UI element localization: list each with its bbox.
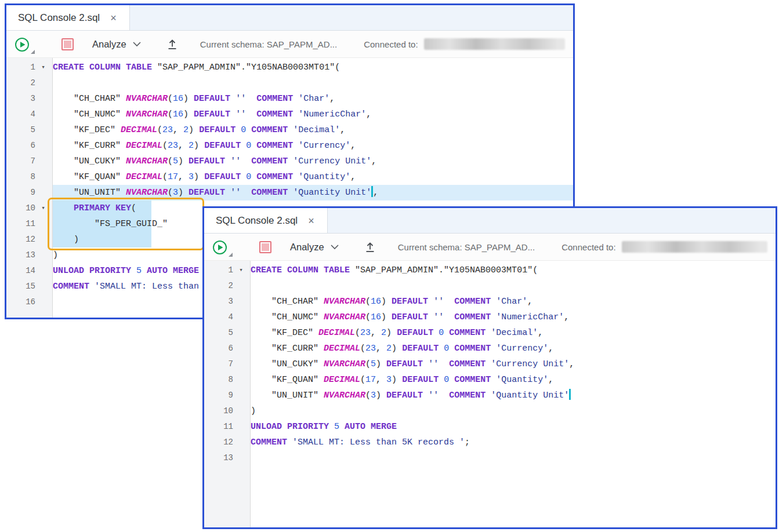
code-token: DECIMAL [121, 125, 157, 135]
line-number[interactable]: 2 [6, 75, 35, 91]
code-line[interactable]: 10) [204, 403, 776, 419]
fold-spacer [233, 388, 249, 403]
line-number[interactable]: 14 [6, 263, 35, 279]
code-line[interactable]: 12COMMENT 'SMALL MT: Less than 5K record… [204, 435, 776, 450]
line-number[interactable]: 13 [6, 247, 35, 263]
analyze-dropdown[interactable]: Analyze [290, 242, 339, 253]
code-token: 2 [386, 344, 392, 354]
line-number[interactable]: 5 [204, 325, 233, 341]
run-button[interactable] [15, 37, 30, 52]
code-token [282, 265, 287, 275]
code-line[interactable]: 4 "CH_NUMC" NVARCHAR(16) DEFAULT '' COMM… [6, 107, 573, 122]
line-number[interactable]: 7 [6, 154, 35, 169]
code-line[interactable]: 9 "UN_UNIT" NVARCHAR(3) DEFAULT '' COMME… [6, 185, 573, 201]
code-token: , [178, 141, 189, 151]
code-line[interactable]: 5 "KF_DEC" DECIMAL(23, 2) DEFAULT 0 COMM… [6, 122, 573, 138]
run-options-caret-icon[interactable] [31, 50, 35, 54]
code-line[interactable]: 2 [6, 75, 573, 91]
code-token [423, 359, 428, 369]
code-token [433, 328, 439, 338]
code-token: "KF_QUAN" [53, 172, 126, 182]
code-line[interactable]: 7 "UN_CUKY" NVARCHAR(5) DEFAULT '' COMME… [204, 356, 776, 372]
tab-sql-console[interactable]: SQL Console 2.sql × [6, 5, 130, 30]
line-number[interactable]: 13 [204, 450, 233, 466]
code-token: COLUMN [287, 265, 318, 275]
code-token: ( [355, 328, 360, 338]
code-line[interactable]: 6 "KF_CURR" DECIMAL(23, 2) DEFAULT 0 COM… [6, 138, 573, 154]
line-number[interactable]: 7 [204, 356, 233, 372]
line-number[interactable]: 1 [6, 60, 35, 75]
line-number[interactable]: 10 [204, 403, 233, 419]
line-number[interactable]: 11 [204, 419, 233, 435]
run-button[interactable] [212, 240, 227, 255]
code-line[interactable]: 6 "KF_CURR" DECIMAL(23, 2) DEFAULT 0 COM… [204, 341, 776, 356]
line-number[interactable]: 6 [204, 341, 233, 356]
code-token: , [371, 156, 376, 166]
tab-close-icon[interactable]: × [308, 216, 314, 226]
code-token: 17 [365, 375, 376, 385]
line-number[interactable]: 9 [204, 388, 233, 403]
code-token: 'Decimal' [491, 328, 538, 338]
line-number[interactable]: 9 [6, 185, 35, 201]
code-token: COLUMN [89, 63, 121, 72]
fold-spacer [35, 122, 51, 138]
code-line[interactable]: 8 "KF_QUAN" DECIMAL(17, 3) DEFAULT 0 COM… [6, 169, 573, 185]
line-number[interactable]: 4 [6, 107, 35, 122]
code-token: CREATE [53, 63, 84, 72]
line-number[interactable]: 3 [6, 91, 35, 107]
code-line[interactable]: 9 "UN_UNIT" NVARCHAR(3) DEFAULT '' COMME… [204, 388, 776, 403]
line-number[interactable]: 5 [6, 122, 35, 138]
code-line[interactable]: 3 "CH_CHAR" NVARCHAR(16) DEFAULT '' COMM… [6, 91, 573, 107]
code-line[interactable]: 2 [204, 278, 776, 294]
line-number[interactable]: 12 [6, 232, 35, 247]
code-token: 3 [173, 188, 178, 198]
line-number[interactable]: 10 [6, 201, 35, 216]
fold-toggle-icon[interactable]: ▾ [233, 263, 249, 278]
code-line[interactable]: 3 "CH_CHAR" NVARCHAR(16) DEFAULT '' COMM… [204, 294, 776, 309]
line-number[interactable]: 6 [6, 138, 35, 154]
code-line[interactable]: 5 "KF_DEC" DECIMAL(23, 2) DEFAULT 0 COMM… [204, 325, 776, 341]
code-line[interactable]: 11UNLOAD PRIORITY 5 AUTO MERGE [204, 419, 776, 435]
tab-title: SQL Console 2.sql [18, 12, 100, 24]
line-number[interactable]: 1 [204, 263, 233, 278]
code-token: 5 [173, 156, 178, 166]
code-token: 0 [246, 172, 251, 182]
code-token: ) [381, 312, 392, 322]
line-number[interactable]: 16 [6, 294, 35, 310]
line-number[interactable]: 15 [6, 279, 35, 294]
analyze-dropdown[interactable]: Analyze [92, 39, 141, 50]
run-options-caret-icon[interactable] [229, 253, 233, 257]
code-text: UNLOAD PRIORITY 5 AUTO MERGE [249, 419, 397, 435]
code-token: ) [194, 141, 204, 151]
upload-icon[interactable] [166, 38, 178, 50]
code-editor[interactable]: 1▾CREATE COLUMN TABLE "SAP_PAPM_ADMIN"."… [204, 261, 776, 527]
upload-icon[interactable] [364, 241, 376, 253]
fold-toggle-icon[interactable]: ▾ [35, 201, 51, 216]
code-line[interactable]: 13 [204, 450, 776, 466]
line-number[interactable]: 2 [204, 278, 233, 294]
line-number[interactable]: 4 [204, 309, 233, 325]
code-line[interactable]: 1▾CREATE COLUMN TABLE "SAP_PAPM_ADMIN"."… [204, 263, 776, 278]
analyze-label: Analyze [92, 39, 126, 50]
current-schema-label: Current schema: SAP_PAPM_AD... [398, 242, 535, 252]
code-token: 2 [183, 125, 189, 135]
line-number[interactable]: 8 [6, 169, 35, 185]
code-line[interactable]: 4 "CH_NUMC" NVARCHAR(16) DEFAULT '' COMM… [204, 309, 776, 325]
code-line[interactable]: 1▾CREATE COLUMN TABLE "SAP_PAPM_ADMIN"."… [6, 60, 573, 75]
line-number[interactable]: 8 [204, 372, 233, 388]
code-line[interactable]: 7 "UN_CUKY" NVARCHAR(5) DEFAULT '' COMME… [6, 154, 573, 169]
code-token: "CH_NUMC" [53, 110, 126, 119]
code-token: DEFAULT [392, 297, 428, 307]
code-line[interactable]: 8 "KF_QUAN" DECIMAL(17, 3) DEFAULT 0 COM… [204, 372, 776, 388]
code-token: 0 [439, 328, 444, 338]
fold-toggle-icon[interactable]: ▾ [35, 60, 51, 75]
line-number[interactable]: 11 [6, 216, 35, 232]
line-number[interactable]: 3 [204, 294, 233, 309]
tab-close-icon[interactable]: × [110, 13, 117, 23]
tab-sql-console[interactable]: SQL Console 2.sql × [204, 208, 328, 233]
code-token: 0 [444, 375, 449, 385]
line-number[interactable]: 12 [204, 435, 233, 450]
fold-spacer [233, 372, 249, 388]
fold-spacer [35, 216, 51, 232]
code-token: DEFAULT [204, 172, 241, 182]
